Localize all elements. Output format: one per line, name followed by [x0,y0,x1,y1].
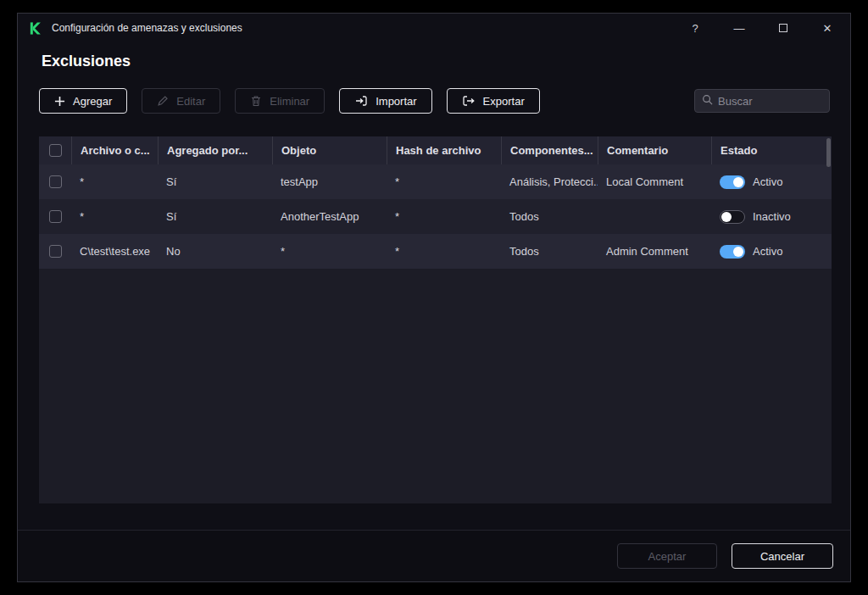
cell-archivo: * [71,175,158,188]
exclusions-table: Archivo o c... Agregado por... Objeto Ha… [39,136,832,503]
toolbar: Agregar Editar Eliminar Importar Exporta… [39,88,830,114]
vertical-scrollbar[interactable] [826,138,831,167]
cell-agregado: Sí [158,175,272,188]
status-label: Inactivo [753,210,791,223]
plus-icon [54,96,65,107]
window-title: Configuración de amenazas y exclusiones [52,22,242,34]
cancel-button[interactable]: Cancelar [732,543,833,569]
col-header-comentario[interactable]: Comentario [598,136,711,164]
maximize-button[interactable] [776,20,791,36]
cell-objeto: * [272,245,387,258]
maximize-icon [779,24,787,32]
page-title: Exclusiones [42,53,131,70]
cell-objeto: testApp [272,175,387,188]
cell-archivo: C\test\test.exe [71,245,158,258]
col-header-hash[interactable]: Hash de archivo [387,136,501,164]
search-input[interactable] [718,95,867,108]
delete-button[interactable]: Eliminar [235,88,325,114]
status-toggle[interactable] [720,245,745,259]
export-button[interactable]: Exportar [447,88,540,114]
help-button[interactable]: ? [687,20,703,36]
edit-button-label: Editar [176,95,205,108]
cell-hash: * [387,245,501,258]
accept-button[interactable]: Aceptar [617,543,717,569]
cell-objeto: AnotherTestApp [272,210,387,223]
table-row[interactable]: C\test\test.exe No * * Todos Admin Comme… [39,234,832,269]
add-button-label: Agregar [73,95,112,108]
cell-hash: * [387,175,501,188]
status-toggle[interactable] [720,175,745,189]
status-label: Activo [753,245,782,258]
edit-button[interactable]: Editar [142,88,220,114]
cell-agregado: Sí [158,210,272,223]
col-header-archivo[interactable]: Archivo o c... [71,136,158,164]
col-header-estado[interactable]: Estado [711,136,832,164]
table-row[interactable]: * Sí AnotherTestApp * Todos Inactivo [39,199,832,234]
col-header-objeto[interactable]: Objeto [272,136,387,164]
cell-componentes: Todos [501,210,598,223]
close-button[interactable]: ✕ [820,20,835,36]
select-all-checkbox[interactable] [49,144,62,157]
col-header-agregado[interactable]: Agregado por... [158,136,272,164]
export-button-label: Exportar [483,95,525,108]
app-window: Configuración de amenazas y exclusiones … [17,13,851,582]
row-checkbox[interactable] [49,245,62,258]
row-checkbox[interactable] [49,175,62,188]
cell-hash: * [387,210,501,223]
kaspersky-logo-icon [28,20,43,36]
cell-agregado: No [158,245,272,258]
toggle-knob [721,212,732,222]
add-button[interactable]: Agregar [39,88,127,114]
search-box[interactable] [694,89,830,113]
cell-comentario: Local Comment [598,175,711,188]
toggle-knob [733,177,743,187]
cell-componentes: Todos [501,245,598,258]
import-button[interactable]: Importar [339,88,431,114]
minimize-button[interactable]: — [732,20,747,36]
toggle-knob [733,247,743,257]
trash-icon [250,95,262,107]
import-button-label: Importar [376,95,416,108]
row-checkbox[interactable] [49,210,62,223]
import-icon [354,95,368,107]
footer: Aceptar Cancelar [18,530,850,581]
search-icon [702,93,713,108]
col-header-componentes[interactable]: Componentes... [501,136,598,164]
cell-comentario: Admin Comment [598,245,711,258]
cell-componentes: Análisis, Protecci... [501,175,598,188]
pencil-icon [157,95,169,107]
status-toggle[interactable] [720,210,745,224]
table-header: Archivo o c... Agregado por... Objeto Ha… [39,136,832,164]
export-icon [462,95,476,107]
titlebar: Configuración de amenazas y exclusiones … [18,14,850,42]
table-row[interactable]: * Sí testApp * Análisis, Protecci... Loc… [39,164,832,199]
status-label: Activo [753,175,782,188]
delete-button-label: Eliminar [270,95,309,108]
cell-archivo: * [71,210,158,223]
